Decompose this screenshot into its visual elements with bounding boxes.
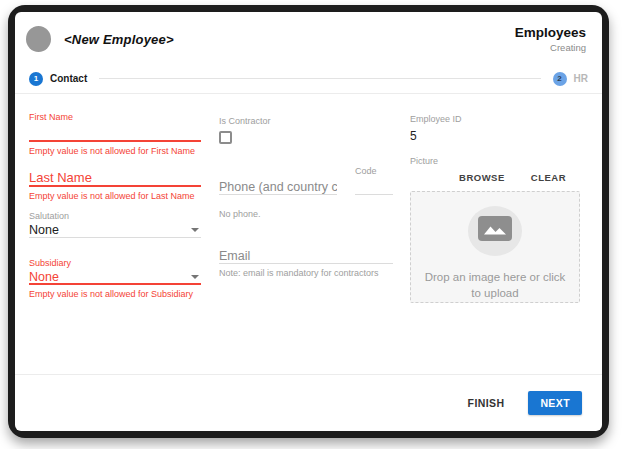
- employee-id-label: Employee ID: [410, 114, 580, 125]
- footer: FINISH NEXT: [15, 374, 602, 431]
- salutation-value: None: [29, 223, 59, 237]
- image-icon: [478, 216, 512, 245]
- last-name-input[interactable]: [29, 171, 201, 187]
- last-name-error: Empty value is not allowed for Last Name: [29, 191, 201, 202]
- picture-dropzone[interactable]: Drop an image here or click to upload: [410, 191, 580, 303]
- code-input[interactable]: [355, 180, 393, 195]
- is-contractor-label: Is Contractor: [219, 116, 393, 127]
- column-left: First Name Empty value is not allowed fo…: [29, 94, 201, 300]
- page-title: <New Employee>: [64, 32, 174, 47]
- email-input[interactable]: [219, 248, 393, 264]
- phone-hint: No phone.: [219, 209, 393, 220]
- avatar: [26, 26, 51, 52]
- step-contact[interactable]: 1 Contact: [29, 72, 87, 86]
- step-2-label: HR: [574, 73, 588, 84]
- subsidiary-label: Subsidiary: [29, 258, 201, 269]
- header-right: Employees Creating: [515, 25, 586, 54]
- chevron-down-icon: [191, 275, 199, 279]
- subsidiary-value: None: [29, 270, 59, 284]
- chevron-down-icon: [191, 228, 199, 232]
- code-field: Code: [355, 166, 393, 195]
- phone-row: Code: [219, 166, 393, 195]
- step-1-label: Contact: [50, 73, 87, 84]
- email-note: Note: email is mandatory for contractors: [219, 268, 393, 279]
- header: <New Employee> Employees Creating: [15, 12, 602, 64]
- image-icon-circle: [468, 206, 522, 256]
- stepper-connector: [99, 78, 540, 79]
- app-title: Employees: [515, 25, 586, 41]
- column-middle: Is Contractor Code No phone. Note: email…: [219, 94, 393, 279]
- first-name-label: First Name: [29, 112, 201, 123]
- form-area: First Name Empty value is not allowed fo…: [15, 94, 602, 373]
- next-button[interactable]: NEXT: [528, 391, 582, 415]
- subsidiary-error: Empty value is not allowed for Subsidiar…: [29, 289, 201, 300]
- finish-button[interactable]: FINISH: [466, 393, 507, 413]
- phone-field: [219, 177, 337, 195]
- subsidiary-select[interactable]: None: [29, 271, 201, 285]
- is-contractor-checkbox[interactable]: [219, 131, 232, 144]
- phone-input[interactable]: [219, 180, 337, 195]
- first-name-error: Empty value is not allowed for First Nam…: [29, 146, 201, 157]
- step-hr[interactable]: 2 HR: [553, 72, 588, 86]
- code-label: Code: [355, 166, 393, 177]
- column-right: Employee ID 5 Picture BROWSE CLEAR: [410, 94, 580, 303]
- employee-id-value: 5: [410, 129, 580, 143]
- picture-label: Picture: [410, 156, 580, 167]
- step-2-circle: 2: [553, 72, 567, 86]
- dropzone-text: Drop an image here or click to upload: [419, 269, 571, 302]
- stepper: 1 Contact 2 HR: [15, 64, 602, 94]
- first-name-input[interactable]: [29, 127, 201, 142]
- app-status: Creating: [515, 42, 586, 53]
- salutation-select[interactable]: None: [29, 224, 201, 238]
- salutation-label: Salutation: [29, 211, 201, 222]
- window-frame: <New Employee> Employees Creating 1 Cont…: [8, 5, 609, 438]
- employee-form-card: <New Employee> Employees Creating 1 Cont…: [15, 12, 602, 431]
- clear-button[interactable]: CLEAR: [529, 168, 568, 187]
- browse-button[interactable]: BROWSE: [457, 168, 507, 187]
- picture-actions: BROWSE CLEAR: [410, 168, 580, 187]
- step-1-circle: 1: [29, 72, 43, 86]
- header-left: <New Employee>: [26, 26, 174, 52]
